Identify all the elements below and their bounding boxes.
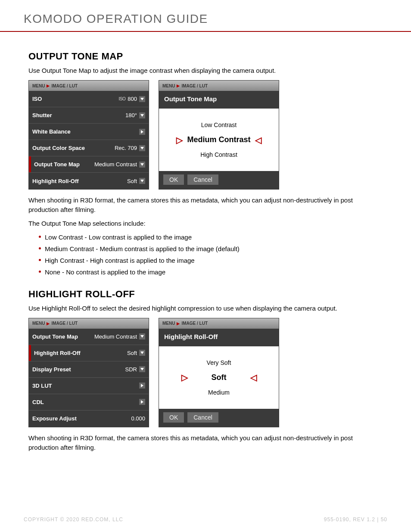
option-label: Soft: [199, 373, 238, 382]
caret-right-icon[interactable]: [139, 399, 145, 405]
figures-row-2: MENU ▶ IMAGE / LUT Output Tone MapMedium…: [28, 318, 383, 427]
breadcrumb: MENU ▶ IMAGE / LUT: [159, 318, 279, 329]
menu-row-label: Shutter: [32, 112, 52, 118]
body-paragraph: When shooting in R3D format, the camera …: [28, 433, 383, 452]
dialog-option[interactable]: Very Soft: [159, 356, 279, 370]
page-footer: COPYRIGHT © 2020 RED.COM, LLC 955-0190, …: [24, 516, 387, 523]
menu-row-label: Highlight Roll-Off: [32, 178, 79, 184]
value-text: 180°: [125, 112, 137, 118]
menu-row-value: ISO800: [119, 96, 145, 102]
svg-marker-8: [140, 368, 144, 370]
caret-down-icon[interactable]: [139, 333, 145, 339]
section-intro: Use Highlight Roll-Off to select the des…: [28, 304, 383, 313]
page-content: OUTPUT TONE MAP Use Output Tone Map to a…: [0, 32, 411, 452]
menu-row[interactable]: Highlight Roll-OffSoft: [29, 173, 149, 189]
menu-row[interactable]: Display PresetSDR: [29, 361, 149, 378]
menu-row-label: Output Color Space: [32, 145, 85, 151]
dialog-options: Very Soft▷Soft◁Medium: [159, 346, 279, 409]
chevron-right-icon: ▶: [47, 321, 50, 326]
dialog-highlight-rolloff: MENU ▶ IMAGE / LUT Highlight Roll-Off Ve…: [159, 318, 279, 427]
value-text: Medium Contrast: [94, 333, 137, 340]
menu-figure-image-lut-1: MENU ▶ IMAGE / LUT ISOISO800Shutter180°W…: [28, 80, 149, 190]
caret-down-icon[interactable]: [139, 145, 145, 151]
selector-left-icon: ▷: [176, 136, 183, 144]
menu-row-value: Medium Contrast: [94, 161, 145, 168]
selector-right-icon: ◁: [243, 373, 264, 382]
menu-row-value: [139, 399, 145, 405]
breadcrumb-part: IMAGE / LUT: [181, 84, 208, 88]
menu-row[interactable]: ISOISO800: [29, 91, 149, 107]
svg-marker-6: [140, 335, 144, 338]
section-heading-highlight-rolloff: HIGHLIGHT ROLL-OFF: [28, 289, 383, 300]
page-title: KOMODO OPERATION GUIDE: [24, 12, 387, 26]
dialog-options: Low Contrast▷Medium Contrast◁High Contra…: [159, 109, 279, 171]
svg-marker-7: [140, 352, 144, 354]
menu-row-label: Output Tone Map: [32, 333, 78, 340]
svg-marker-4: [140, 163, 144, 166]
ok-button[interactable]: OK: [163, 174, 184, 185]
svg-marker-0: [140, 98, 144, 100]
section-intro: Use Output Tone Map to adjust the image …: [28, 66, 383, 75]
dialog-option[interactable]: ▷Medium Contrast◁: [159, 132, 279, 148]
menu-figure-image-lut-2: MENU ▶ IMAGE / LUT Output Tone MapMedium…: [28, 318, 149, 427]
breadcrumb: MENU ▶ IMAGE / LUT: [159, 81, 279, 91]
menu-row-value: [139, 383, 145, 389]
value-text: Soft: [127, 178, 137, 184]
caret-right-icon[interactable]: [139, 383, 145, 389]
caret-down-icon[interactable]: [139, 162, 145, 168]
menu-row[interactable]: Output Color SpaceRec. 709: [29, 140, 149, 156]
breadcrumb: MENU ▶ IMAGE / LUT: [29, 318, 149, 329]
breadcrumb-part: MENU: [162, 321, 175, 326]
dialog-option[interactable]: ▷Soft◁: [159, 370, 279, 386]
ok-button[interactable]: OK: [163, 412, 184, 423]
page-number: 955-0190, REV 1.2 | 50: [324, 516, 387, 523]
dialog-footer: OK Cancel: [159, 171, 279, 189]
menu-row[interactable]: 3D LUT: [29, 378, 149, 394]
menu-row[interactable]: White Balance: [29, 124, 149, 140]
dialog-option[interactable]: Medium: [159, 386, 279, 399]
menu-row-value: 180°: [125, 112, 145, 118]
dialog-title: Output Tone Map: [159, 91, 279, 109]
menu-row[interactable]: Shutter180°: [29, 107, 149, 124]
menu-row-label: CDL: [32, 399, 44, 405]
menu-row[interactable]: CDL: [29, 394, 149, 411]
caret-right-icon[interactable]: [139, 129, 145, 135]
breadcrumb-part: IMAGE / LUT: [181, 321, 208, 326]
svg-marker-3: [140, 147, 144, 149]
menu-row-value: 0.000: [131, 415, 145, 422]
breadcrumb-part: IMAGE / LUT: [51, 321, 78, 326]
menu-row[interactable]: Output Tone MapMedium Contrast: [29, 156, 149, 173]
menu-row-label: White Balance: [32, 128, 71, 135]
breadcrumb-part: MENU: [32, 321, 45, 326]
menu-row-label: Highlight Roll-Off: [32, 350, 81, 356]
dialog-option[interactable]: Low Contrast: [159, 118, 279, 132]
bullet-item: Medium Contrast - Medium contrast is app…: [39, 244, 383, 253]
dialog-option[interactable]: High Contrast: [159, 148, 279, 162]
svg-marker-1: [140, 114, 144, 117]
menu-row-label: ISO: [32, 96, 42, 102]
bullet-list: Low Contrast - Low contrast is applied t…: [39, 233, 383, 277]
bullet-item: None - No contrast is applied to the ima…: [39, 268, 383, 277]
menu-list: ISOISO800Shutter180°White BalanceOutput …: [29, 91, 149, 189]
bullet-item: Low Contrast - Low contrast is applied t…: [39, 233, 383, 242]
menu-row[interactable]: Output Tone MapMedium Contrast: [29, 329, 149, 345]
caret-down-icon[interactable]: [139, 178, 145, 184]
caret-down-icon[interactable]: [139, 350, 145, 356]
value-text: Medium Contrast: [94, 161, 137, 168]
chevron-right-icon: ▶: [177, 84, 180, 88]
caret-down-icon[interactable]: [139, 366, 145, 372]
breadcrumb-part: IMAGE / LUT: [51, 84, 78, 88]
menu-row[interactable]: Exposure Adjust0.000: [29, 411, 149, 427]
value-text: Soft: [127, 350, 137, 356]
caret-down-icon[interactable]: [139, 96, 145, 102]
breadcrumb-part: MENU: [162, 84, 175, 88]
page-header: KOMODO OPERATION GUIDE: [0, 0, 411, 32]
menu-row[interactable]: Highlight Roll-OffSoft: [29, 345, 149, 361]
cancel-button[interactable]: Cancel: [187, 412, 218, 423]
cancel-button[interactable]: Cancel: [187, 174, 218, 185]
caret-down-icon[interactable]: [139, 112, 145, 118]
bullet-item: High Contrast - High contrast is applied…: [39, 256, 383, 265]
menu-row-label: Output Tone Map: [32, 161, 80, 168]
dialog-footer: OK Cancel: [159, 409, 279, 427]
menu-row-label: Exposure Adjust: [32, 415, 77, 422]
